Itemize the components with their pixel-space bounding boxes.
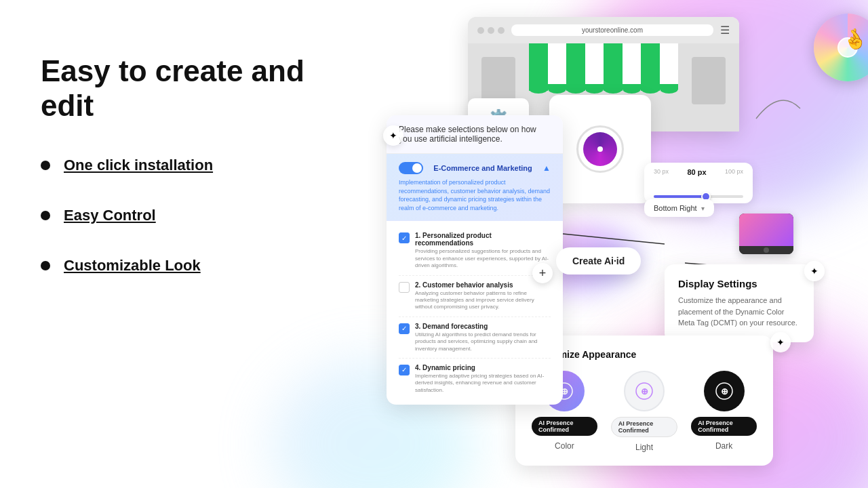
sparkle-icon-customize: ✦	[770, 332, 791, 352]
scallop-2	[548, 84, 567, 94]
checkbox[interactable]	[399, 282, 410, 293]
ai-circle	[576, 125, 624, 173]
monitor-stand	[739, 246, 793, 254]
dark-label: Dark	[715, 441, 732, 451]
scallop-1	[529, 84, 548, 94]
create-ai-id-button[interactable]: Create Ai·id	[556, 247, 641, 274]
display-settings-desc: Customize the appearance and placement o…	[678, 295, 800, 329]
checklist-item-title: 1. Personalized product recommendations	[415, 232, 551, 247]
sparkle-icon-display: ✦	[804, 261, 825, 281]
ai-settings-card	[549, 95, 651, 203]
awning-bottom	[529, 84, 678, 94]
chevron-down-icon: ▾	[701, 205, 705, 212]
store-right-shelf	[692, 57, 726, 104]
holo-disc: 🤞	[814, 14, 868, 81]
browser-header: yourstoreonline.com ☰	[468, 17, 739, 43]
bullet-3	[41, 261, 50, 270]
light-ai-icon: ⊕	[635, 382, 654, 401]
light-label: Light	[635, 443, 653, 452]
dot-1	[477, 27, 484, 34]
color-label: Color	[555, 441, 574, 451]
display-settings-card: Display Settings Customize the appearanc…	[665, 264, 814, 342]
checklist-item-desc: Utilizing AI algorithms to predict deman…	[415, 331, 551, 352]
ecommerce-desc: Implementation of personalized product r…	[399, 178, 551, 212]
ai-popup-ecommerce-section: E-Commerce and Marketing ▲ Implementatio…	[387, 154, 563, 221]
browser-dots	[477, 27, 505, 34]
bullet-2	[41, 211, 50, 220]
dropdown-label: Bottom Right	[654, 204, 697, 212]
scallop-8	[660, 84, 679, 94]
ai-dot	[597, 146, 603, 152]
position-dropdown[interactable]: Bottom Right ▾	[644, 199, 714, 217]
checklist-item-desc: Implementing adaptive pricing strategies…	[415, 373, 551, 394]
feature-link-1[interactable]: One click installation	[64, 157, 213, 174]
browser-menu-icon: ☰	[720, 24, 730, 37]
scallop-6	[623, 84, 642, 94]
display-settings-title: Display Settings	[678, 278, 800, 289]
toggle-thumb	[412, 163, 422, 173]
svg-text:⊕: ⊕	[720, 386, 728, 396]
ai-inner-circle	[583, 132, 617, 166]
svg-text:⊕: ⊕	[641, 386, 648, 396]
slider-labels: 30 px 80 px 100 px	[654, 168, 743, 176]
feature-item-3: Customizable Look	[41, 257, 353, 274]
checkbox[interactable]	[399, 232, 410, 243]
slider-right-label: 100 px	[725, 168, 743, 176]
right-panel: yourstoreonline.com ☰	[380, 0, 868, 488]
collapse-icon[interactable]: ▲	[542, 163, 551, 173]
feature-item-1: One click installation	[41, 157, 353, 174]
checklist-item-title: 4. Dynamic pricing	[415, 364, 551, 371]
color-badge: AI Presence Confirmed	[532, 417, 597, 436]
dark-avatar: ⊕	[704, 371, 745, 411]
monitor-thumbnail	[739, 214, 793, 254]
browser-url[interactable]: yourstoreonline.com	[511, 24, 713, 36]
theme-dark-option[interactable]: ⊕ AI Presence Confirmed Dark	[691, 371, 757, 452]
scallop-3	[566, 84, 585, 94]
ai-popup-ecommerce-header: E-Commerce and Marketing ▲	[399, 162, 551, 174]
dark-badge: AI Presence Confirmed	[691, 417, 757, 436]
scallop-7	[641, 84, 660, 94]
checklist-item[interactable]: 1. Personalized product recommendationsP…	[399, 226, 551, 275]
slider-center-label: 80 px	[687, 168, 706, 176]
ai-toggle[interactable]	[399, 162, 423, 174]
feature-link-2[interactable]: Easy Control	[64, 207, 156, 224]
checklist-text: 1. Personalized product recommendationsP…	[415, 232, 551, 269]
ai-popup: Please make selections below on how you …	[387, 115, 563, 405]
feature-list: One click installation Easy Control Cust…	[41, 157, 353, 274]
slider-track[interactable]	[654, 195, 743, 198]
checklist-text: 4. Dynamic pricingImplementing adaptive …	[415, 364, 551, 394]
theme-options: ⊕ AI Presence Confirmed Color ⊕ AI Prese…	[532, 371, 757, 452]
theme-light-option[interactable]: ⊕ AI Presence Confirmed Light	[611, 371, 677, 452]
checklist-item-title: 2. Customer behavior analysis	[415, 281, 551, 289]
checklist-item[interactable]: 4. Dynamic pricingImplementing adaptive …	[399, 359, 551, 399]
checkbox[interactable]	[399, 365, 410, 375]
dark-ai-icon: ⊕	[715, 382, 734, 401]
slider-fill	[654, 195, 703, 198]
slider-left-label: 30 px	[654, 168, 669, 176]
scallop-4	[585, 84, 604, 94]
left-panel: Easy to create and edit One click instal…	[41, 54, 353, 274]
customize-title: Customize Appearance	[532, 349, 757, 360]
dot-2	[488, 27, 494, 34]
ai-popup-header: Please make selections below on how you …	[387, 115, 563, 154]
checklist: 1. Personalized product recommendationsP…	[387, 221, 563, 405]
plus-icon[interactable]: +	[532, 263, 553, 283]
checklist-item-desc: Providing personalized suggestions for p…	[415, 248, 551, 269]
ecommerce-title: E-Commerce and Marketing	[433, 164, 532, 172]
bullet-1	[41, 161, 50, 170]
feature-link-3[interactable]: Customizable Look	[64, 257, 201, 274]
light-avatar: ⊕	[624, 371, 665, 411]
checkbox[interactable]	[399, 323, 410, 334]
checklist-text: 3. Demand forecastingUtilizing AI algori…	[415, 323, 551, 352]
monitor-dot	[764, 247, 769, 253]
feature-item-2: Easy Control	[41, 207, 353, 224]
dot-3	[498, 27, 505, 34]
scallop-5	[604, 84, 623, 94]
light-badge: AI Presence Confirmed	[611, 417, 677, 437]
sparkle-icon-popup: ✦	[383, 125, 403, 146]
checklist-item[interactable]: 3. Demand forecastingUtilizing AI algori…	[399, 317, 551, 359]
checklist-item-desc: Analyzing customer behavior patterns to …	[415, 290, 551, 311]
checklist-text: 2. Customer behavior analysisAnalyzing c…	[415, 281, 551, 311]
checklist-item[interactable]: 2. Customer behavior analysisAnalyzing c…	[399, 276, 551, 317]
checklist-item-title: 3. Demand forecasting	[415, 323, 551, 330]
